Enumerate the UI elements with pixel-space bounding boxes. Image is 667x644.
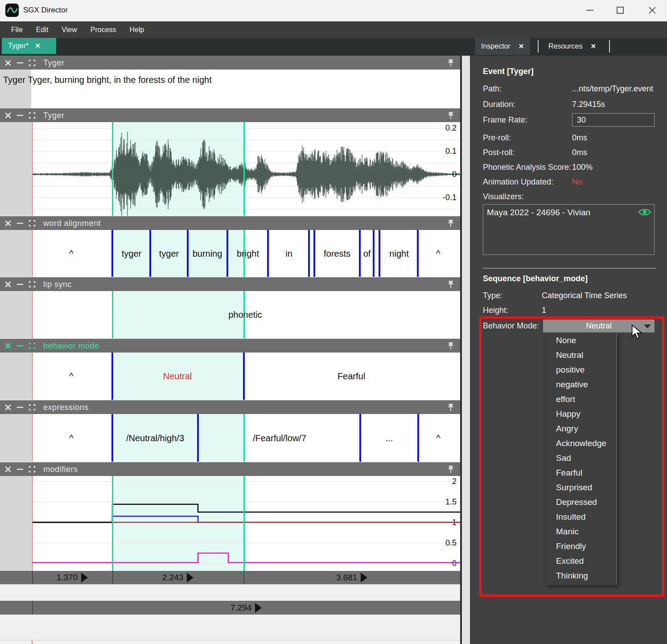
word-alignment-track-boundary-line [373, 230, 375, 277]
lip-sync-track-maximize-icon[interactable] [28, 280, 36, 288]
word-alignment-track-close-icon[interactable] [4, 219, 12, 227]
behavior-mode-track-minimize-icon[interactable] [16, 342, 24, 350]
visualizers-label: Visualizers: [483, 192, 524, 201]
section-divider [483, 268, 656, 269]
waveform-track-close-icon[interactable] [4, 111, 12, 119]
tab-resources[interactable]: Resources ✕ [542, 38, 602, 55]
text-track-close-icon[interactable] [4, 59, 12, 67]
menu-item-view[interactable]: View [55, 21, 83, 38]
word-alignment-track-boundary-line [187, 230, 189, 277]
word-alignment-track-boundary-line [149, 230, 151, 277]
modifiers-track-selection-line [112, 476, 113, 571]
type-value: Categorical Time Series [542, 291, 627, 300]
behavior-option-effort[interactable]: effort [556, 392, 575, 406]
behavior-mode-dropdown[interactable]: Neutral [543, 320, 655, 332]
timeline-segment-play-icon[interactable] [361, 573, 367, 582]
ruler-playhead [32, 640, 33, 644]
behavior-option-positive[interactable]: positive [556, 362, 585, 377]
behavior-option-insulted[interactable]: Insulted [556, 509, 586, 524]
text-track-pin-icon[interactable] [447, 58, 456, 68]
behavior-mode-track-gutter [0, 353, 31, 400]
behavior-option-surprised[interactable]: Surprised [556, 480, 592, 495]
behavior-option-depressed[interactable]: Depressed [556, 495, 597, 509]
timeline-separator [243, 571, 244, 584]
window-close-button[interactable] [642, 0, 663, 21]
modifiers-track-pin-icon[interactable] [447, 465, 456, 475]
tab-inspector[interactable]: Inspector ✕ [475, 38, 530, 55]
behavior-mode-track-pin-icon[interactable] [447, 341, 456, 351]
timeline-segment[interactable]: 2.243 [112, 571, 243, 584]
height-label: Height: [483, 306, 508, 315]
timeline-segment[interactable]: 3.681 [243, 571, 460, 584]
behavior-option-sad[interactable]: Sad [556, 451, 571, 465]
timeline-segment-play-icon[interactable] [81, 573, 88, 582]
waveform-plot[interactable] [0, 122, 460, 216]
word-label: night [389, 248, 408, 258]
timeline-segment[interactable]: 1.370 [32, 571, 112, 584]
behavior-option-excited[interactable]: Excited [556, 554, 584, 568]
modifiers-track-close-icon[interactable] [4, 465, 12, 473]
timeline-total-segment-play-icon[interactable] [255, 603, 262, 613]
expressions-track-close-icon[interactable] [4, 403, 12, 411]
waveform-track-minimize-icon[interactable] [16, 111, 24, 119]
transcript-text: Tyger Tyger, burning bright, in the fore… [3, 75, 212, 85]
resources-tab-close-icon[interactable]: ✕ [590, 42, 596, 50]
lip-sync-track-close-icon[interactable] [4, 280, 12, 288]
modifiers-track-playhead [32, 476, 33, 571]
behavior-option-angry[interactable]: Angry [556, 421, 578, 436]
text-track-maximize-icon[interactable] [28, 59, 36, 67]
behavior-option-fearful[interactable]: Fearful [556, 465, 582, 480]
lip-sync-track-pin-icon[interactable] [447, 280, 456, 290]
behavior-mode-option-list: NoneNeutralpositivenegativeeffortHappyAn… [545, 333, 617, 585]
behavior-option-manic[interactable]: Manic [556, 524, 579, 539]
timeline-separator [32, 601, 33, 615]
behavior-mode-track-maximize-icon[interactable] [28, 342, 36, 350]
behavior-mode-track-boundary-line [243, 353, 245, 400]
tab-tyger[interactable]: Tyger* ✕ [2, 38, 56, 54]
behavior-option-negative[interactable]: negative [556, 377, 588, 392]
expressions-track-minimize-icon[interactable] [16, 403, 24, 411]
visualizer-item[interactable]: Maya 2022 - 24696 - Vivian [487, 208, 590, 217]
expressions-track-maximize-icon[interactable] [28, 403, 36, 411]
eye-icon[interactable] [638, 207, 651, 217]
behavior-option-neutral[interactable]: Neutral [556, 348, 583, 362]
waveform-track-pin-icon[interactable] [447, 111, 456, 121]
chevron-down-icon [644, 324, 651, 328]
expression-segment-label: ^ [69, 433, 73, 443]
behavior-option-acknowledge[interactable]: Acknowledge [556, 436, 606, 451]
behavior-option-happy[interactable]: Happy [556, 406, 581, 421]
timeline-total-segment[interactable]: 7.294 [32, 601, 460, 615]
word-alignment-track-maximize-icon[interactable] [28, 219, 36, 227]
word-label: of [363, 248, 371, 258]
word-alignment-track-pin-icon[interactable] [447, 219, 456, 229]
menu-item-edit[interactable]: Edit [29, 21, 55, 38]
behavior-option-none[interactable]: None [556, 333, 576, 348]
behavior-option-thinking[interactable]: Thinking [556, 568, 588, 583]
menu-item-file[interactable]: File [4, 21, 29, 38]
modifiers-plot[interactable] [0, 476, 460, 571]
expressions-track-boundary-line [111, 414, 113, 462]
text-track-minimize-icon[interactable] [16, 59, 24, 67]
expression-segment-label: /Neutral/high/3 [126, 433, 184, 443]
behavior-option-friendly[interactable]: Friendly [556, 539, 586, 554]
field-value-0: ...nts/temp/Tyger.event [572, 84, 653, 94]
menu-item-help[interactable]: Help [123, 21, 151, 38]
vertical-scrollbar[interactable] [462, 56, 470, 644]
lip-sync-track-minimize-icon[interactable] [16, 280, 24, 288]
tab-close-icon[interactable]: ✕ [35, 42, 41, 50]
menu-item-process[interactable]: Process [84, 21, 123, 38]
modifiers-track-minimize-icon[interactable] [16, 465, 24, 473]
window-maximize-button[interactable] [610, 0, 630, 21]
behavior-segment-label: Fearful [338, 371, 365, 381]
expressions-track-pin-icon[interactable] [447, 403, 456, 413]
lip-sync-track-content: phonetic [0, 291, 460, 338]
window-minimize-button[interactable] [580, 0, 600, 21]
behavior-mode-track-close-icon[interactable] [4, 342, 12, 350]
inspector-tab-close-icon[interactable]: ✕ [519, 42, 524, 50]
text-track-content: Tyger Tyger, burning bright, in the fore… [0, 70, 460, 108]
modifiers-track-maximize-icon[interactable] [28, 465, 36, 473]
waveform-track-maximize-icon[interactable] [28, 111, 36, 119]
timeline-segment-play-icon[interactable] [187, 573, 194, 582]
frame-rate-input[interactable]: 30 [572, 113, 655, 127]
word-alignment-track-minimize-icon[interactable] [16, 219, 24, 227]
